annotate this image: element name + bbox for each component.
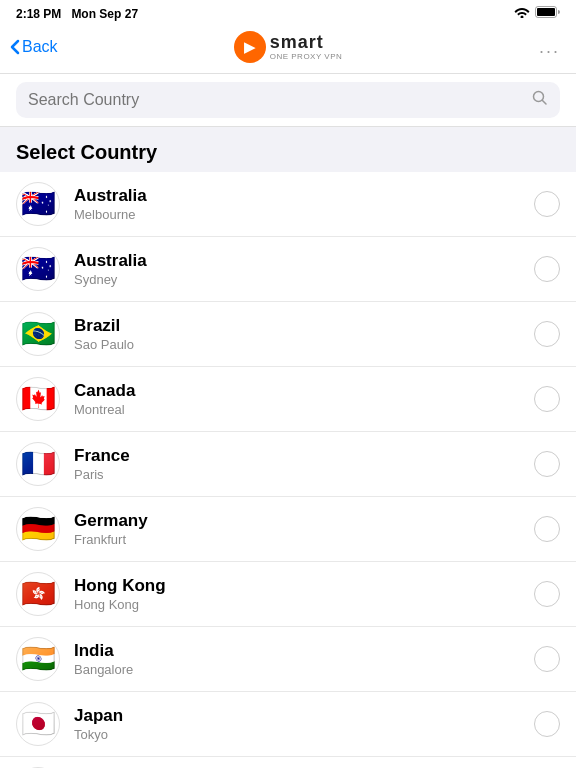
country-name: Australia <box>74 251 534 271</box>
city-name: Melbourne <box>74 207 534 222</box>
logo-sub: ONE PROXY VPN <box>270 53 343 62</box>
svg-rect-1 <box>537 8 555 16</box>
section-header: Select Country <box>0 127 576 172</box>
battery-icon <box>535 6 560 21</box>
status-bar: 2:18 PM Mon Sep 27 <box>0 0 576 25</box>
radio-button[interactable] <box>534 386 560 412</box>
back-button[interactable]: Back <box>10 38 58 56</box>
city-name: Sao Paulo <box>74 337 534 352</box>
city-name: Hong Kong <box>74 597 534 612</box>
radio-button[interactable] <box>534 451 560 477</box>
more-options[interactable]: ... <box>539 37 560 58</box>
country-name: Brazil <box>74 316 534 336</box>
country-name: India <box>74 641 534 661</box>
country-item[interactable]: 🇩🇪 Germany Frankfurt <box>0 497 576 562</box>
country-name: Germany <box>74 511 534 531</box>
country-item[interactable]: 🇧🇷 Brazil Sao Paulo <box>0 302 576 367</box>
flag-icon: 🇦🇺 <box>16 182 60 226</box>
city-name: Paris <box>74 467 534 482</box>
flag-icon: 🇦🇺 <box>16 247 60 291</box>
flag-icon: 🇭🇰 <box>16 572 60 616</box>
country-item[interactable]: 🇯🇵 Japan Tokyo <box>0 692 576 757</box>
search-input[interactable] <box>28 91 524 109</box>
city-name: Montreal <box>74 402 534 417</box>
country-list: 🇦🇺 Australia Melbourne 🇦🇺 Australia Sydn… <box>0 172 576 768</box>
country-name: Hong Kong <box>74 576 534 596</box>
city-name: Tokyo <box>74 727 534 742</box>
city-name: Frankfurt <box>74 532 534 547</box>
country-name: France <box>74 446 534 466</box>
radio-button[interactable] <box>534 321 560 347</box>
flag-icon: 🇩🇪 <box>16 507 60 551</box>
date: Mon Sep 27 <box>71 7 138 21</box>
flag-icon: 🇫🇷 <box>16 442 60 486</box>
logo-name: smart <box>270 33 343 53</box>
city-name: Bangalore <box>74 662 534 677</box>
logo: ▶ smart ONE PROXY VPN <box>234 31 343 63</box>
back-label: Back <box>22 38 58 56</box>
radio-button[interactable] <box>534 256 560 282</box>
flag-icon: 🇯🇵 <box>16 702 60 746</box>
time: 2:18 PM <box>16 7 61 21</box>
flag-icon: 🇮🇳 <box>16 637 60 681</box>
radio-button[interactable] <box>534 581 560 607</box>
wifi-icon <box>514 6 530 21</box>
logo-icon: ▶ <box>234 31 266 63</box>
country-item[interactable]: 🇦🇺 Australia Sydney <box>0 237 576 302</box>
country-item[interactable]: 🇨🇦 Canada Montreal <box>0 367 576 432</box>
logo-text: smart ONE PROXY VPN <box>270 33 343 62</box>
status-right-icons <box>514 6 560 21</box>
radio-button[interactable] <box>534 711 560 737</box>
country-name: Australia <box>74 186 534 206</box>
city-name: Sydney <box>74 272 534 287</box>
flag-icon: 🇨🇦 <box>16 377 60 421</box>
radio-button[interactable] <box>534 191 560 217</box>
logo-play: ▶ <box>244 39 255 55</box>
country-name: Japan <box>74 706 534 726</box>
radio-button[interactable] <box>534 516 560 542</box>
search-icon <box>532 90 548 110</box>
country-item[interactable]: 🇳🇱 Netherlands Amsterdam <box>0 757 576 768</box>
search-container <box>0 74 576 127</box>
country-item[interactable]: 🇭🇰 Hong Kong Hong Kong <box>0 562 576 627</box>
country-name: Canada <box>74 381 534 401</box>
nav-bar: Back ▶ smart ONE PROXY VPN ... <box>0 25 576 74</box>
country-item[interactable]: 🇦🇺 Australia Melbourne <box>0 172 576 237</box>
search-wrapper <box>16 82 560 118</box>
flag-icon: 🇧🇷 <box>16 312 60 356</box>
status-time-date: 2:18 PM Mon Sep 27 <box>16 7 138 21</box>
radio-button[interactable] <box>534 646 560 672</box>
country-item[interactable]: 🇫🇷 France Paris <box>0 432 576 497</box>
country-item[interactable]: 🇮🇳 India Bangalore <box>0 627 576 692</box>
